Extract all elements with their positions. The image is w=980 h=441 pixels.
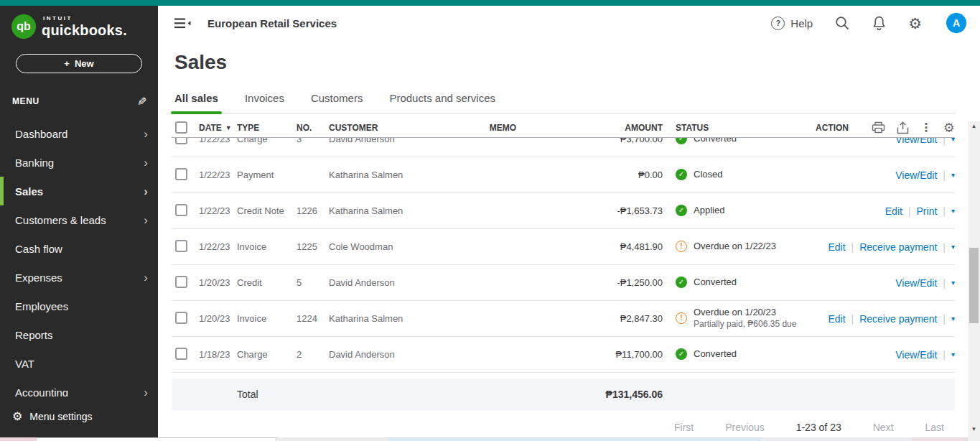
row-date: 1/20/23 [199,277,237,288]
action-separator: | [943,349,946,361]
row-checkbox[interactable] [175,312,187,324]
scrollbar-thumb[interactable] [969,248,979,323]
action-edit[interactable]: Edit [885,205,902,217]
qb-logo-icon: qb [11,14,36,39]
action-view-edit[interactable]: View/Edit [895,349,937,361]
tab-all-sales[interactable]: All sales [174,92,218,113]
print-icon[interactable] [872,121,885,134]
sidebar-item-sales[interactable]: Sales › [0,177,158,205]
sidebar: qb INTUIT quickbooks. + New MENU ✎ Dashb… [0,6,158,437]
action-dropdown-icon[interactable]: ▾ [951,351,955,358]
row-customer: David Anderson [329,349,458,360]
row-type: Credit [237,277,297,288]
row-status: ✓ Closed [663,169,816,181]
action-dropdown-icon[interactable]: ▾ [951,315,955,322]
pagination-first[interactable]: First [674,422,694,433]
tab-products-and-services[interactable]: Products and services [389,92,495,113]
row-checkbox[interactable] [175,138,187,144]
row-type: Charge [237,138,297,144]
notifications-bell-icon[interactable] [872,15,887,31]
column-header-status: STATUS [663,123,816,133]
new-button[interactable]: + New [16,54,142,73]
action-view-edit[interactable]: View/Edit [895,277,937,289]
settings-gear-icon[interactable]: ⚙ [908,16,922,31]
sidebar-item-expenses[interactable]: Expenses › [0,263,158,292]
status-check-icon: ✓ [676,277,687,288]
status-label: Overdue on 1/20/23 [694,307,796,319]
action-dropdown-icon[interactable]: ▾ [951,243,955,251]
row-type: Payment [237,170,297,180]
row-type: Invoice [237,313,297,324]
menu-settings-button[interactable]: ⚙ Menu settings [0,409,158,437]
sidebar-item-vat[interactable]: VAT [0,349,158,378]
row-number: 1226 [297,205,329,216]
row-actions: Edit|Print|▾ [816,205,955,217]
row-customer: David Anderson [329,277,458,288]
action-receive-payment[interactable]: Receive payment [859,241,937,253]
sidebar-item-employees[interactable]: Employees [0,292,158,320]
row-customer: Katharina Salmen [329,205,458,216]
action-dropdown-icon[interactable]: ▾ [951,138,955,143]
action-dropdown-icon[interactable]: ▾ [951,207,955,215]
sidebar-item-reports[interactable]: Reports [0,320,158,349]
help-button[interactable]: ? Help [771,17,813,30]
table-settings-icon[interactable]: ⚙ [943,120,955,136]
tab-customers[interactable]: Customers [311,92,363,113]
total-amount: ₱131,456.06 [548,389,663,400]
status-check-icon: ✓ [676,169,687,180]
table-row: 1/18/23 Charge 2 David Anderson ₱11,700.… [172,337,955,373]
row-amount: ₱11,700.00 [548,349,663,360]
pagination-next[interactable]: Next [873,422,894,433]
export-icon[interactable] [897,121,909,134]
search-icon[interactable] [834,15,850,31]
action-separator: | [943,205,946,217]
quickbooks-wordmark: quickbooks. [42,23,127,37]
action-view-edit[interactable]: View/Edit [895,138,937,145]
action-receive-payment[interactable]: Receive payment [859,313,937,325]
more-options-icon[interactable]: ⋮ [920,121,932,134]
row-checkbox[interactable] [175,348,187,360]
row-checkbox[interactable] [175,204,187,216]
sidebar-item-accounting[interactable]: Accounting › [0,378,158,396]
select-all-checkbox[interactable] [175,121,187,134]
sidebar-item-banking[interactable]: Banking › [0,148,158,177]
total-label: Total [237,389,297,400]
row-amount: -₱1,250.00 [548,277,663,288]
row-customer: Cole Woodman [329,241,458,252]
pagination: First Previous 1-23 of 23 Next Last [172,410,955,433]
action-edit[interactable]: Edit [828,241,845,253]
action-dropdown-icon[interactable]: ▾ [951,171,955,179]
top-navbar: European Retail Services ? Help [158,6,980,40]
sidebar-item-customers-leads[interactable]: Customers & leads › [0,205,158,234]
action-dropdown-icon[interactable]: ▾ [951,279,955,287]
row-amount: ₱3,700.00 [548,138,663,144]
row-date: 1/22/23 [199,138,237,144]
scrollbar-track[interactable]: ▲ ▼ [968,121,980,437]
avatar[interactable]: A [946,13,966,33]
action-view-edit[interactable]: View/Edit [895,170,937,181]
column-header-date[interactable]: DATE ▼ [199,123,237,133]
sidebar-toggle-button[interactable] [174,18,191,29]
column-header-amount: AMOUNT [548,123,663,133]
row-checkbox[interactable] [175,276,187,288]
column-header-no: NO. [297,123,329,133]
table-row: 1/20/23 Invoice 1224 Katharina Salmen ₱2… [172,301,955,337]
sidebar-item-dashboard[interactable]: Dashboard › [0,119,158,148]
sidebar-item-cash-flow[interactable]: Cash flow [0,234,158,263]
row-status: ✓ Applied [663,205,816,217]
action-separator: | [908,205,911,217]
row-checkbox[interactable] [175,240,187,252]
overdue-warning-icon: ! [676,312,687,324]
tab-invoices[interactable]: Invoices [245,92,284,113]
edit-menu-pencil-icon[interactable]: ✎ [137,95,146,108]
pagination-last[interactable]: Last [925,422,944,433]
gear-icon: ⚙ [12,409,22,423]
pagination-previous[interactable]: Previous [725,422,764,433]
action-print[interactable]: Print [917,205,938,217]
scroll-down-icon[interactable]: ▼ [968,426,980,436]
action-edit[interactable]: Edit [828,313,845,325]
chevron-right-icon: › [144,128,148,140]
scroll-up-icon[interactable]: ▲ [968,123,980,133]
row-checkbox[interactable] [175,168,187,180]
help-label: Help [790,17,813,29]
